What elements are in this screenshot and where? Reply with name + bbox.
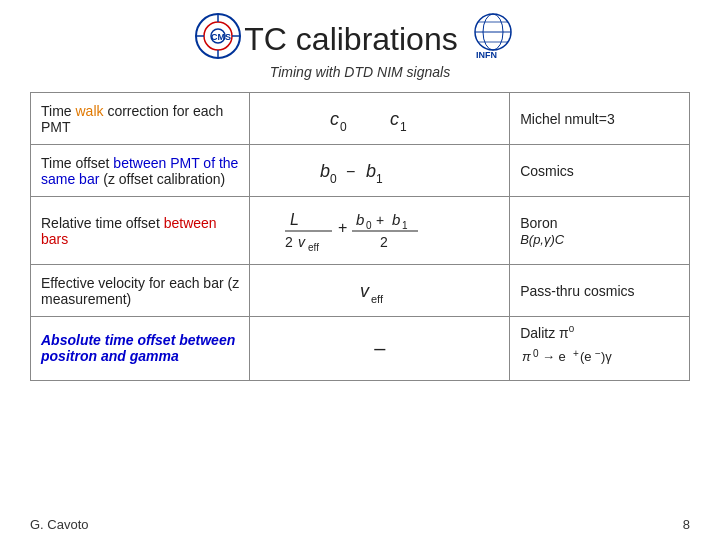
row-formula: b 0 − b 1 xyxy=(250,145,510,197)
highlight-between-bars: between bars xyxy=(41,215,217,247)
svg-text:+: + xyxy=(573,348,579,359)
row-formula: – xyxy=(250,317,510,381)
svg-text:c: c xyxy=(330,109,339,129)
row-formula: c 0 c 1 xyxy=(250,93,510,145)
svg-text:(e: (e xyxy=(580,349,592,364)
boron-reaction: B(p,γ)C xyxy=(520,232,564,247)
footer-page: 8 xyxy=(683,517,690,532)
svg-text:)γ: )γ xyxy=(601,349,612,364)
svg-text:1: 1 xyxy=(402,220,408,231)
svg-text:π: π xyxy=(522,349,531,364)
row-method: Dalitz π0 π 0 → e + (e − )γ xyxy=(510,317,690,381)
svg-text:v: v xyxy=(298,234,306,250)
svg-text:2: 2 xyxy=(380,234,388,250)
row-desc: Time walk correction for each PMT xyxy=(31,93,250,145)
svg-text:c: c xyxy=(390,109,399,129)
svg-text:1: 1 xyxy=(376,172,383,186)
svg-text:0: 0 xyxy=(366,220,372,231)
svg-text:b: b xyxy=(320,161,330,181)
row-desc: Absolute time offset between positron an… xyxy=(31,317,250,381)
subtitle: Timing with DTD NIM signals xyxy=(30,64,690,80)
svg-text:b: b xyxy=(356,211,364,228)
svg-text:+: + xyxy=(376,212,384,228)
row-method: Pass-thru cosmics xyxy=(510,265,690,317)
svg-text:b: b xyxy=(392,211,400,228)
table-row: Time walk correction for each PMT c 0 c … xyxy=(31,93,690,145)
highlight-walk: walk xyxy=(75,103,103,119)
row-desc: Time offset between PMT of the same bar … xyxy=(31,145,250,197)
svg-text:1: 1 xyxy=(400,120,407,134)
infn-logo: INFN xyxy=(458,10,528,62)
table-row: Absolute time offset between positron an… xyxy=(31,317,690,381)
page: CMS TC calibrations INFN Timing with DTD… xyxy=(0,0,720,540)
svg-text:0: 0 xyxy=(533,348,539,359)
page-title: TC calibrations xyxy=(244,15,457,58)
svg-text:L: L xyxy=(290,211,299,228)
svg-text:CMS: CMS xyxy=(211,32,231,42)
svg-text:eff: eff xyxy=(371,293,384,305)
svg-text:0: 0 xyxy=(340,120,347,134)
footer-author: G. Cavoto xyxy=(30,517,89,532)
header: CMS TC calibrations INFN xyxy=(30,10,690,62)
svg-text:+: + xyxy=(338,219,347,236)
row-desc: Relative time offset between bars xyxy=(31,197,250,265)
svg-text:eff: eff xyxy=(308,242,319,253)
table-row: Time offset between PMT of the same bar … xyxy=(31,145,690,197)
svg-text:−: − xyxy=(346,163,355,180)
svg-text:b: b xyxy=(366,161,376,181)
footer: G. Cavoto 8 xyxy=(0,517,720,532)
row-formula: v eff xyxy=(250,265,510,317)
svg-text:INFN: INFN xyxy=(476,50,497,60)
row-formula: L 2 v eff + b 0 + b 1 xyxy=(250,197,510,265)
row-method: Cosmics xyxy=(510,145,690,197)
row-method: Michel nmult=3 xyxy=(510,93,690,145)
svg-text:→ e: → e xyxy=(542,349,566,364)
calibrations-table: Time walk correction for each PMT c 0 c … xyxy=(30,92,690,381)
row-desc: Effective velocity for each bar (z measu… xyxy=(31,265,250,317)
svg-text:0: 0 xyxy=(330,172,337,186)
highlight-between-pmt: between PMT of the same bar xyxy=(41,155,238,187)
highlight-absolute: Absolute time offset between positron an… xyxy=(41,332,235,364)
svg-text:2: 2 xyxy=(285,234,293,250)
row-method: Boron B(p,γ)C xyxy=(510,197,690,265)
table-row: Effective velocity for each bar (z measu… xyxy=(31,265,690,317)
table-row: Relative time offset between bars L 2 v … xyxy=(31,197,690,265)
svg-text:v: v xyxy=(360,281,370,301)
cms-logo: CMS xyxy=(192,10,244,62)
